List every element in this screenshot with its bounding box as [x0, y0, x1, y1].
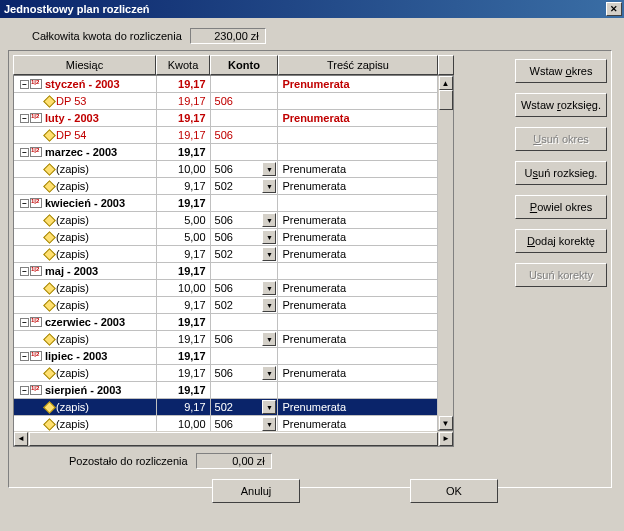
account-cell[interactable]: 506▼: [211, 365, 279, 382]
scroll-down-icon[interactable]: ▼: [439, 416, 453, 430]
account-cell[interactable]: 502▼: [211, 246, 279, 263]
dropdown-icon[interactable]: ▼: [262, 332, 276, 346]
grid-body[interactable]: − styczeń - 200319,17Prenumerata DP 5319…: [13, 75, 438, 431]
group-row[interactable]: − styczeń - 200319,17Prenumerata: [14, 76, 438, 93]
month-cell[interactable]: (zapis): [14, 399, 157, 416]
month-cell[interactable]: (zapis): [14, 246, 157, 263]
dropdown-icon[interactable]: ▼: [262, 179, 276, 193]
desc-cell[interactable]: Prenumerata: [278, 399, 438, 416]
desc-cell[interactable]: Prenumerata: [278, 365, 438, 382]
collapse-icon[interactable]: −: [20, 352, 29, 361]
month-cell[interactable]: (zapis): [14, 331, 157, 348]
account-cell[interactable]: 506▼: [211, 229, 279, 246]
desc-cell[interactable]: [278, 144, 438, 161]
dropdown-icon[interactable]: ▼: [262, 366, 276, 380]
group-row[interactable]: − marzec - 200319,17: [14, 144, 438, 161]
entry-row[interactable]: (zapis)10,00506▼Prenumerata: [14, 416, 438, 431]
month-cell[interactable]: − styczeń - 2003: [14, 76, 157, 93]
header-account[interactable]: Konto: [210, 55, 278, 75]
group-row[interactable]: − czerwiec - 200319,17: [14, 314, 438, 331]
entry-row[interactable]: (zapis)5,00506▼Prenumerata: [14, 212, 438, 229]
header-month[interactable]: Miesiąc: [13, 55, 156, 75]
account-cell[interactable]: 502▼: [211, 297, 279, 314]
dropdown-icon[interactable]: ▼: [262, 247, 276, 261]
header-desc[interactable]: Treść zapisu: [278, 55, 438, 75]
desc-cell[interactable]: Prenumerata: [278, 246, 438, 263]
desc-cell[interactable]: Prenumerata: [278, 76, 438, 93]
group-row[interactable]: − lipiec - 200319,17: [14, 348, 438, 365]
account-cell[interactable]: 506▼: [211, 212, 279, 229]
account-cell[interactable]: 506▼: [211, 161, 279, 178]
account-cell[interactable]: 506▼: [211, 280, 279, 297]
collapse-icon[interactable]: −: [20, 267, 29, 276]
entry-row[interactable]: DP 5419,17506: [14, 127, 438, 144]
account-cell[interactable]: 502▼: [211, 399, 279, 416]
desc-cell[interactable]: [278, 127, 438, 144]
dropdown-icon[interactable]: ▼: [262, 162, 276, 176]
desc-cell[interactable]: [278, 93, 438, 110]
month-cell[interactable]: (zapis): [14, 178, 157, 195]
account-cell[interactable]: [211, 382, 279, 399]
entry-row[interactable]: (zapis)9,17502▼Prenumerata: [14, 246, 438, 263]
account-cell[interactable]: 506: [211, 93, 279, 110]
scroll-right-icon[interactable]: ►: [439, 432, 453, 446]
account-cell[interactable]: [211, 348, 279, 365]
dropdown-icon[interactable]: ▼: [262, 213, 276, 227]
account-cell[interactable]: [211, 76, 279, 93]
dropdown-icon[interactable]: ▼: [262, 230, 276, 244]
amount-cell[interactable]: 19,17: [157, 331, 211, 348]
month-cell[interactable]: − lipiec - 2003: [14, 348, 157, 365]
desc-cell[interactable]: Prenumerata: [278, 331, 438, 348]
amount-cell[interactable]: 10,00: [157, 161, 211, 178]
month-cell[interactable]: (zapis): [14, 416, 157, 431]
amount-cell[interactable]: 19,17: [157, 365, 211, 382]
horizontal-scrollbar[interactable]: ◄ ►: [13, 431, 454, 447]
delete-corrections-button[interactable]: Usuń korekty: [515, 263, 607, 287]
add-correction-button[interactable]: Dodaj korektę: [515, 229, 607, 253]
account-cell[interactable]: [211, 110, 279, 127]
amount-cell[interactable]: 19,17: [157, 263, 211, 280]
amount-cell[interactable]: 19,17: [157, 93, 211, 110]
month-cell[interactable]: − czerwiec - 2003: [14, 314, 157, 331]
month-cell[interactable]: − kwiecień - 2003: [14, 195, 157, 212]
desc-cell[interactable]: Prenumerata: [278, 229, 438, 246]
group-row[interactable]: − maj - 200319,17: [14, 263, 438, 280]
group-row[interactable]: − luty - 200319,17Prenumerata: [14, 110, 438, 127]
desc-cell[interactable]: Prenumerata: [278, 416, 438, 431]
month-cell[interactable]: (zapis): [14, 365, 157, 382]
desc-cell[interactable]: Prenumerata: [278, 280, 438, 297]
duplicate-period-button[interactable]: Powiel okres: [515, 195, 607, 219]
amount-cell[interactable]: 19,17: [157, 144, 211, 161]
amount-cell[interactable]: 19,17: [157, 76, 211, 93]
desc-cell[interactable]: [278, 348, 438, 365]
month-cell[interactable]: (zapis): [14, 280, 157, 297]
account-cell[interactable]: [211, 144, 279, 161]
ok-button[interactable]: OK: [410, 479, 498, 503]
desc-cell[interactable]: Prenumerata: [278, 161, 438, 178]
entry-row[interactable]: (zapis)9,17502▼Prenumerata: [14, 178, 438, 195]
account-cell[interactable]: 506: [211, 127, 279, 144]
dropdown-icon[interactable]: ▼: [262, 298, 276, 312]
amount-cell[interactable]: 19,17: [157, 127, 211, 144]
entry-row[interactable]: DP 5319,17506: [14, 93, 438, 110]
collapse-icon[interactable]: −: [20, 386, 29, 395]
month-cell[interactable]: (zapis): [14, 212, 157, 229]
entry-row[interactable]: (zapis)5,00506▼Prenumerata: [14, 229, 438, 246]
amount-cell[interactable]: 19,17: [157, 110, 211, 127]
amount-cell[interactable]: 9,17: [157, 178, 211, 195]
amount-cell[interactable]: 19,17: [157, 314, 211, 331]
amount-cell[interactable]: 5,00: [157, 229, 211, 246]
amount-cell[interactable]: 9,17: [157, 297, 211, 314]
amount-cell[interactable]: 9,17: [157, 246, 211, 263]
desc-cell[interactable]: Prenumerata: [278, 178, 438, 195]
entry-row[interactable]: (zapis)19,17506▼Prenumerata: [14, 331, 438, 348]
scroll-up-icon[interactable]: ▲: [439, 76, 453, 90]
desc-cell[interactable]: Prenumerata: [278, 110, 438, 127]
account-cell[interactable]: 506▼: [211, 416, 279, 431]
month-cell[interactable]: (zapis): [14, 297, 157, 314]
month-cell[interactable]: − luty - 2003: [14, 110, 157, 127]
month-cell[interactable]: (zapis): [14, 229, 157, 246]
desc-cell[interactable]: Prenumerata: [278, 297, 438, 314]
entry-row[interactable]: (zapis)10,00506▼Prenumerata: [14, 280, 438, 297]
close-icon[interactable]: ✕: [606, 2, 622, 16]
